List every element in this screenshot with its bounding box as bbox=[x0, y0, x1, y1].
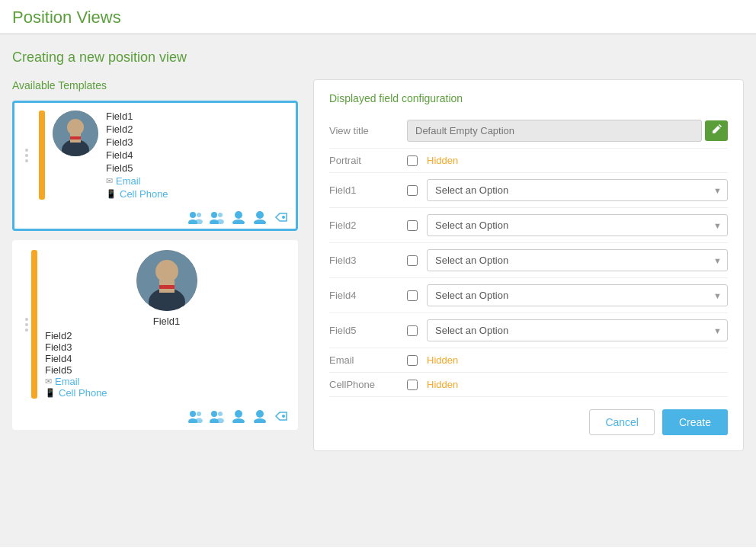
svg-point-26 bbox=[195, 418, 203, 424]
card2-email-link: ✉ Email bbox=[45, 376, 288, 387]
card2-phone-link: 📱 Cell Phone bbox=[45, 387, 288, 399]
svg-point-17 bbox=[282, 216, 285, 219]
svg-point-5 bbox=[190, 212, 196, 218]
field-label-cellphone: CellPhone bbox=[329, 379, 398, 390]
svg-point-7 bbox=[197, 213, 201, 217]
tag-icon bbox=[273, 210, 290, 224]
svg-point-15 bbox=[256, 211, 264, 219]
phone-icon-2: 📱 bbox=[45, 388, 56, 398]
left-col-label: Available Templates bbox=[12, 79, 298, 91]
svg-point-14 bbox=[232, 220, 245, 224]
two-col-layout: Available Templates bbox=[12, 79, 744, 451]
card2-field: Field4 bbox=[45, 353, 288, 364]
svg-point-16 bbox=[254, 220, 266, 224]
field1-checkbox[interactable] bbox=[407, 185, 418, 196]
user-icon bbox=[230, 409, 247, 423]
field5-select[interactable]: Select an Option bbox=[427, 319, 728, 341]
field-row-field2: Field2 Select an Option ▼ bbox=[329, 208, 728, 243]
left-column: Available Templates bbox=[12, 79, 298, 439]
user-icon bbox=[187, 210, 204, 224]
user-icon bbox=[230, 210, 247, 224]
svg-point-1 bbox=[67, 119, 84, 136]
cellphone-checkbox[interactable] bbox=[407, 380, 418, 390]
field2-select[interactable]: Select an Option bbox=[427, 214, 728, 236]
cellphone-hidden-text: Hidden bbox=[427, 379, 458, 390]
field4-checkbox[interactable] bbox=[407, 290, 418, 301]
svg-point-8 bbox=[195, 220, 203, 225]
field-row-cellphone: CellPhone Hidden bbox=[329, 373, 728, 397]
right-column: Displayed field configuration View title… bbox=[313, 79, 744, 451]
card-field: Field4 bbox=[106, 149, 288, 161]
field-row-field4: Field4 Select an Option ▼ bbox=[329, 278, 728, 313]
page-header: Position Views bbox=[0, 0, 756, 34]
card-icons-row-2 bbox=[14, 406, 296, 428]
edit-title-button[interactable] bbox=[705, 120, 728, 141]
field-label-portrait: Portrait bbox=[329, 155, 398, 166]
email-icon-2: ✉ bbox=[45, 377, 52, 386]
field4-select-wrap: Select an Option ▼ bbox=[427, 284, 728, 306]
field2-select-wrap: Select an Option ▼ bbox=[427, 214, 728, 236]
field-label-field5: Field5 bbox=[329, 325, 398, 336]
card-icons-row-1 bbox=[14, 207, 296, 229]
user-icon bbox=[209, 409, 226, 423]
drag-handle-1 bbox=[22, 111, 31, 200]
card-field: Field1 bbox=[106, 111, 288, 122]
card-field: Field5 bbox=[106, 162, 288, 174]
user-icon bbox=[187, 409, 204, 423]
field3-checkbox[interactable] bbox=[407, 255, 418, 266]
svg-point-35 bbox=[282, 415, 285, 418]
svg-point-23 bbox=[190, 411, 196, 417]
field-label-field3: Field3 bbox=[329, 255, 398, 266]
card2-field: Field3 bbox=[45, 341, 288, 353]
card2-field: Field2 bbox=[45, 330, 288, 341]
card-bar-1 bbox=[39, 111, 45, 200]
section-title: Creating a new position view bbox=[12, 50, 744, 66]
card-bar-2 bbox=[31, 250, 37, 399]
cancel-button[interactable]: Cancel bbox=[589, 409, 655, 435]
card-phone-link: 📱 Cell Phone bbox=[106, 188, 288, 200]
template-card-2[interactable]: Field1 Field2 Field3 Field4 Field5 ✉ Ema… bbox=[12, 240, 298, 430]
svg-rect-22 bbox=[159, 285, 175, 289]
drag-handle-2 bbox=[22, 250, 31, 399]
svg-point-32 bbox=[232, 418, 245, 423]
svg-point-13 bbox=[235, 211, 242, 219]
svg-point-25 bbox=[197, 412, 201, 416]
field3-select[interactable]: Select an Option bbox=[427, 249, 728, 271]
field-row-field1: Field1 Select an Option ▼ bbox=[329, 173, 728, 208]
field-label-field2: Field2 bbox=[329, 220, 398, 231]
template-card-1[interactable]: Field1 Field2 Field3 Field4 Field5 ✉ Ema… bbox=[12, 101, 298, 231]
create-button[interactable]: Create bbox=[662, 409, 728, 435]
svg-point-19 bbox=[155, 260, 178, 283]
field5-checkbox[interactable] bbox=[407, 325, 418, 336]
portrait-checkbox[interactable] bbox=[407, 155, 418, 166]
svg-point-29 bbox=[218, 412, 223, 416]
email-checkbox[interactable] bbox=[407, 355, 418, 366]
field-label-field1: Field1 bbox=[329, 184, 398, 196]
field2-checkbox[interactable] bbox=[407, 220, 418, 231]
page-title: Position Views bbox=[12, 8, 121, 27]
field-row-email: Email Hidden bbox=[329, 348, 728, 373]
field1-select-wrap: Select an Option ▼ bbox=[427, 179, 728, 201]
title-input-wrap bbox=[407, 120, 728, 142]
svg-point-11 bbox=[218, 213, 223, 217]
svg-point-33 bbox=[256, 410, 264, 418]
portrait-hidden: Hidden bbox=[427, 155, 728, 166]
card2-field-center: Field1 bbox=[153, 316, 180, 327]
page-content: Creating a new position view Available T… bbox=[0, 34, 756, 547]
svg-point-34 bbox=[254, 418, 266, 423]
field1-select[interactable]: Select an Option bbox=[427, 179, 728, 201]
card-fields-1: Field1 Field2 Field3 Field4 Field5 ✉ Ema… bbox=[106, 111, 288, 200]
user-icon bbox=[251, 409, 268, 423]
right-col-label: Displayed field configuration bbox=[329, 92, 728, 104]
svg-point-12 bbox=[216, 220, 224, 225]
view-title-input[interactable] bbox=[407, 120, 702, 142]
tag-icon bbox=[273, 409, 290, 423]
user-icon bbox=[251, 210, 268, 224]
card-field: Field2 bbox=[106, 123, 288, 135]
card-field: Field3 bbox=[106, 136, 288, 148]
svg-point-30 bbox=[216, 418, 224, 424]
svg-point-27 bbox=[211, 411, 217, 417]
svg-point-9 bbox=[211, 212, 217, 218]
email-hidden-text: Hidden bbox=[427, 354, 458, 366]
field4-select[interactable]: Select an Option bbox=[427, 284, 728, 306]
